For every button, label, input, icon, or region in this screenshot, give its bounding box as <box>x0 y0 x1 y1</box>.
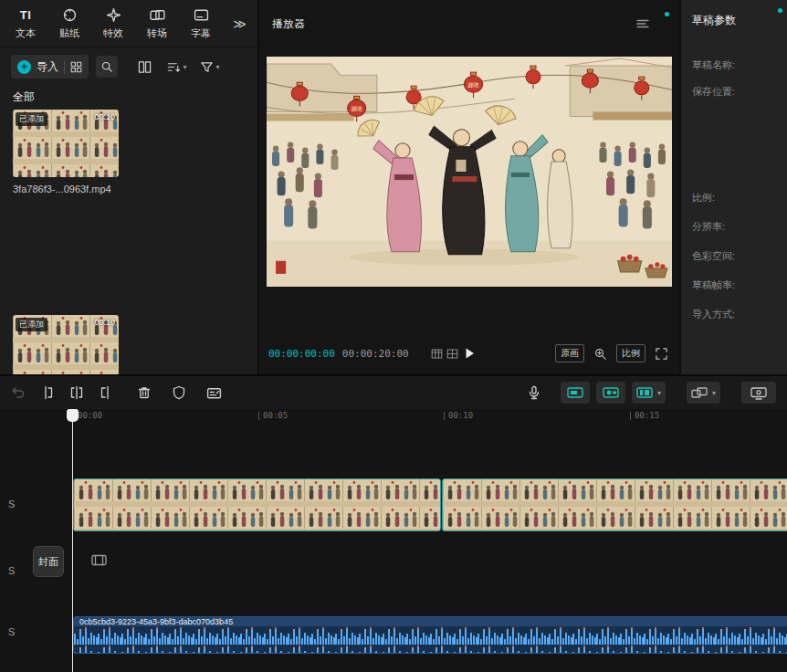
timeline-ruler[interactable]: 00:00 00:05 00:10 00:15 <box>0 409 787 424</box>
clip-duration: 00:10 <box>94 112 115 121</box>
media-item-2[interactable]: 已添加 00:10 <box>13 315 119 374</box>
playhead-handle[interactable] <box>67 409 79 422</box>
overlay-mode-dropdown[interactable]: ▾ <box>687 382 720 404</box>
field-ratio-label: 比例: <box>692 191 715 205</box>
media-library-panel: TI 文本 贴纸 特效 转场 <box>0 0 258 374</box>
media-item-1-filename: 3fa786f3-...0963f.mp4 <box>13 184 232 194</box>
import-label: 导入 <box>37 59 58 75</box>
audio-waveform <box>74 626 787 654</box>
track-link-toggle[interactable] <box>596 382 625 404</box>
audio-clip-name: 0cb5cbd3-9223-45a3-9bf3-dabc070d3b45 <box>79 617 233 626</box>
field-color-space-label: 色彩空间: <box>692 249 735 263</box>
plus-icon: + <box>17 60 31 74</box>
play-button[interactable] <box>462 346 477 361</box>
ruler-label: 00:15 <box>635 411 659 420</box>
chevron-down-icon: ▾ <box>657 389 661 397</box>
delete-icon[interactable] <box>137 385 152 400</box>
player-panel: 播放器 蹦迪 <box>259 0 679 374</box>
video-clip-1[interactable]: 667002b7-ac47-4ce9-b1f0-f708b9b7f914 00:… <box>73 478 441 531</box>
import-button[interactable]: + 导入 <box>11 55 89 79</box>
svg-text:蹦迪: 蹦迪 <box>352 106 362 111</box>
added-badge: 已添加 <box>16 112 47 126</box>
total-time: 00:00:20:00 <box>342 348 409 360</box>
tab-transition-label: 转场 <box>147 26 167 40</box>
audio-clip[interactable]: 0cb5cbd3-9223-45a3-9bf3-dabc070d3b45 <box>73 616 787 654</box>
shield-icon[interactable] <box>172 385 186 400</box>
grid-small-icon[interactable] <box>70 61 82 73</box>
search-icon <box>100 60 113 73</box>
ruler-tick <box>444 412 445 420</box>
timeline-area: 00:00 00:05 00:10 00:15 S S S 667002b7-a… <box>0 409 787 672</box>
added-badge: 已添加 <box>16 318 47 331</box>
slide-frame-icon[interactable] <box>91 553 107 567</box>
tab-effects-label: 特效 <box>103 26 123 40</box>
track-3-badge[interactable]: S <box>8 626 15 637</box>
tab-text[interactable]: TI 文本 <box>4 7 47 40</box>
player-menu-icon[interactable] <box>635 16 650 31</box>
original-quality-button[interactable]: 原画 <box>555 344 584 362</box>
chevron-down-icon: ▾ <box>215 63 219 71</box>
notification-dot <box>778 8 782 13</box>
ruler-label: 00:10 <box>448 411 473 420</box>
playhead-line <box>72 409 73 672</box>
clip-duration: 00:10 <box>94 318 115 327</box>
current-time: 00:00:00:00 <box>268 348 335 360</box>
tab-caption-label: 字幕 <box>191 26 211 40</box>
text-edit-icon[interactable] <box>206 385 222 401</box>
track-2-badge[interactable]: S <box>8 565 15 576</box>
field-resolution-label: 分辨率: <box>692 220 725 234</box>
player-right-controls: 原画 比例 <box>555 344 668 362</box>
filter-dropdown[interactable]: ▾ <box>199 56 221 78</box>
sticker-icon <box>62 7 78 23</box>
preview-artwork: 蹦迪 蹦迪 <box>267 57 672 287</box>
video-clip-2[interactable]: b4ab697b-e636-4700-9439-e276bf2375e6 00:… <box>442 478 787 531</box>
zoom-fit-icon[interactable] <box>593 347 607 361</box>
media-view-controls: ▾ ▾ <box>133 56 221 78</box>
track-magnet-toggle[interactable] <box>561 382 590 404</box>
tab-sticker-label: 贴纸 <box>59 26 79 40</box>
cover-button[interactable]: 封面 <box>33 546 64 577</box>
sort-dropdown[interactable]: ▾ <box>166 56 188 78</box>
timeline-track-controls: ▾ ▾ <box>527 382 776 404</box>
track-1-badge[interactable]: S <box>8 499 15 509</box>
tab-transition[interactable]: 转场 <box>135 7 179 40</box>
undo-icon[interactable] <box>11 385 26 400</box>
filter-all-label[interactable]: 全部 <box>0 84 257 109</box>
video-editor-app: TI 文本 贴纸 特效 转场 <box>0 0 787 672</box>
grid-view-icon[interactable] <box>133 56 155 78</box>
ratio-button[interactable]: 比例 <box>616 344 645 362</box>
filter-icon <box>200 60 214 74</box>
timeline-edit-tools <box>11 385 222 401</box>
draft-params-panel: 草稿参数 草稿名称: 保存位置: 比例: 分辨率: 色彩空间: 草稿帧率: 导入… <box>680 0 787 374</box>
ruler-tick <box>258 412 259 420</box>
player-header: 播放器 <box>259 0 679 47</box>
player-title: 播放器 <box>272 16 305 32</box>
tab-sticker[interactable]: 贴纸 <box>47 7 91 40</box>
frame-grid-icon[interactable] <box>431 348 458 360</box>
mic-icon[interactable] <box>527 385 541 400</box>
field-save-location-label: 保存位置: <box>692 85 735 99</box>
tab-caption[interactable]: 字幕 <box>179 7 223 40</box>
video-clip-2-filmstrip <box>443 479 787 531</box>
split-icon[interactable] <box>69 385 84 400</box>
field-import-mode-label: 导入方式: <box>692 308 735 321</box>
notification-dot <box>665 12 669 16</box>
text-tool-icon: TI <box>20 7 32 23</box>
ruler-tick <box>630 412 631 420</box>
svg-text:蹦迪: 蹦迪 <box>468 82 479 88</box>
preview-output-button[interactable] <box>741 382 776 404</box>
media-toolbar: + 导入 ▾ ▾ <box>0 47 257 84</box>
effects-icon <box>106 7 121 23</box>
tab-effects[interactable]: 特效 <box>91 7 135 40</box>
media-item-1[interactable]: 已添加 00:10 <box>13 110 119 177</box>
split-right-icon[interactable] <box>99 385 113 400</box>
track-snap-dropdown[interactable]: ▾ <box>632 382 666 404</box>
expand-toolbar-button[interactable]: ≫ <box>233 16 247 31</box>
video-clip-1-filmstrip <box>74 479 440 531</box>
chevron-down-icon: ▾ <box>712 389 716 397</box>
search-button[interactable] <box>96 56 118 78</box>
video-preview: 蹦迪 蹦迪 <box>267 57 672 287</box>
split-left-icon[interactable] <box>40 385 55 400</box>
field-draft-name-label: 草稿名称: <box>692 58 735 72</box>
fullscreen-icon[interactable] <box>655 347 668 361</box>
